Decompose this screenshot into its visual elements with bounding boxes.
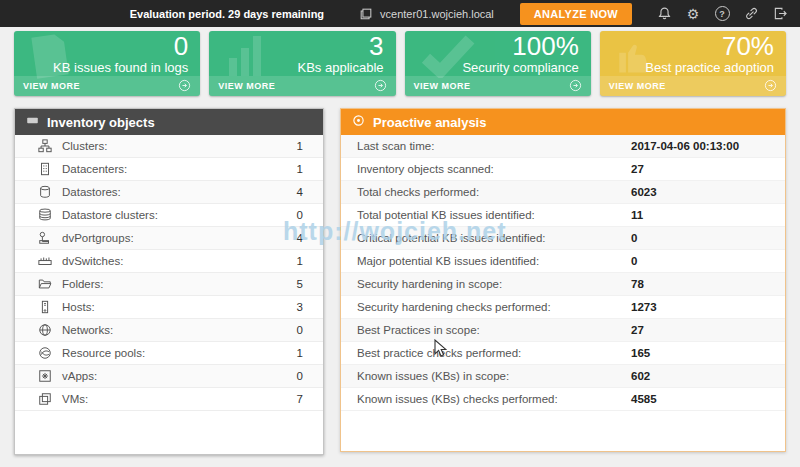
top-bar: Evaluation period. 29 days remaining vce… (0, 0, 800, 27)
evaluation-period-text: Evaluation period. 29 days remaining (130, 8, 324, 20)
inventory-row-datacenters: Datacenters: 1 (15, 158, 323, 181)
host-icon (358, 6, 374, 22)
inventory-panel: Inventory objects Clusters: 1 Datacenter… (14, 108, 324, 455)
view-more-kb-issues[interactable]: VIEW MORE (14, 76, 200, 96)
analysis-row-label: Major potential KB issues identified: (357, 255, 631, 267)
analysis-row-label: Total potential KB issues identified: (357, 209, 631, 221)
inventory-panel-header: Inventory objects (15, 109, 323, 135)
inventory-row-value: 7 (269, 393, 303, 405)
resource-pools-icon (37, 345, 53, 361)
inventory-row-value: 1 (269, 255, 303, 267)
vcenter-host-label: vcenter01.wojcieh.local (380, 8, 494, 20)
arrow-circle-icon (374, 79, 387, 94)
hosts-icon (37, 299, 53, 315)
inventory-row-clusters: Clusters: 1 (15, 135, 323, 158)
analysis-row-label: Best practice checks performed: (357, 347, 631, 359)
target-circle-icon (352, 114, 365, 130)
link-icon[interactable] (743, 6, 759, 22)
inventory-panel-title: Inventory objects (47, 115, 155, 130)
inventory-row-value: 0 (269, 370, 303, 382)
analysis-row-label: Total checks performed: (357, 186, 631, 198)
sign-out-icon[interactable] (772, 6, 788, 22)
inventory-row-label: Datastore clusters: (62, 209, 269, 221)
card-best-practice-main: 70% Best practice adoption (600, 31, 786, 76)
inventory-row-label: dvSwitches: (62, 255, 269, 267)
arrow-circle-icon (178, 79, 191, 94)
inventory-row-networks: Networks: 0 (15, 319, 323, 342)
inventory-row-label: Folders: (62, 278, 269, 290)
gear-icon[interactable]: ⚙ (685, 6, 701, 22)
inventory-row-value: 1 (269, 140, 303, 152)
view-more-label: VIEW MORE (609, 81, 666, 91)
clusters-icon (37, 138, 53, 154)
inventory-row-dvswitches: dvSwitches: 1 (15, 250, 323, 273)
help-icon[interactable]: ? (714, 6, 730, 22)
inventory-row-value: 4 (269, 186, 303, 198)
analysis-row-total-kb-issues: Total potential KB issues identified: 11 (341, 204, 785, 227)
inventory-row-label: Datastores: (62, 186, 269, 198)
dvswitches-icon (37, 253, 53, 269)
analysis-row-value: 78 (631, 278, 644, 290)
analysis-row-critical-kb-issues: Critical potential KB issues identified:… (341, 227, 785, 250)
inventory-row-label: Clusters: (62, 140, 269, 152)
analysis-row-label: Security hardening checks performed: (357, 301, 631, 313)
analysis-row-value: 1273 (631, 301, 657, 313)
vcenter-selector[interactable]: vcenter01.wojcieh.local (358, 6, 494, 22)
analysis-row-security-scope: Security hardening in scope: 78 (341, 273, 785, 296)
analysis-row-value: 165 (631, 347, 650, 359)
inventory-row-label: Resource pools: (62, 347, 269, 359)
inventory-row-hosts: Hosts: 3 (15, 296, 323, 319)
dvportgroups-icon (37, 230, 53, 246)
networks-icon (37, 322, 53, 338)
view-more-label: VIEW MORE (218, 81, 275, 91)
proactive-analysis-panel: Proactive analysis Last scan time: 2017-… (340, 108, 786, 452)
bell-icon[interactable] (656, 6, 672, 22)
inventory-row-value: 3 (269, 301, 303, 313)
analysis-row-major-kb-issues: Major potential KB issues identified: 0 (341, 250, 785, 273)
vapps-icon (37, 368, 53, 384)
view-more-best-practice[interactable]: VIEW MORE (600, 76, 786, 96)
analysis-row-value: 4585 (631, 393, 657, 405)
card-best-practice: 70% Best practice adoption VIEW MORE (600, 31, 786, 96)
inventory-row-value: 0 (269, 324, 303, 336)
inventory-row-resource-pools: Resource pools: 1 (15, 342, 323, 365)
inventory-row-value: 0 (269, 209, 303, 221)
card-value: 0 (14, 32, 188, 60)
datastore-clusters-icon (37, 207, 53, 223)
card-kbs-applicable: 3 KBs applicable VIEW MORE (209, 31, 395, 96)
analysis-row-last-scan: Last scan time: 2017-04-06 00:13:00 (341, 135, 785, 158)
analysis-row-label: Known issues (KBs) checks performed: (357, 393, 631, 405)
card-kb-issues: 0 KB issues found in logs VIEW MORE (14, 31, 200, 96)
card-label: KB issues found in logs (14, 60, 188, 75)
inventory-row-vms: VMs: 7 (15, 388, 323, 411)
inventory-row-label: VMs: (62, 393, 269, 405)
analysis-panel-header: Proactive analysis (341, 109, 785, 135)
analysis-row-total-checks: Total checks performed: 6023 (341, 181, 785, 204)
inventory-row-folders: Folders: 5 (15, 273, 323, 296)
card-kbs-applicable-main: 3 KBs applicable (209, 31, 395, 76)
inventory-row-datastore-clusters: Datastore clusters: 0 (15, 204, 323, 227)
analysis-row-label: Critical potential KB issues identified: (357, 232, 631, 244)
analysis-row-label: Security hardening in scope: (357, 278, 631, 290)
card-label: Security compliance (405, 60, 579, 75)
vms-icon (37, 391, 53, 407)
analysis-row-value: 6023 (631, 186, 657, 198)
analysis-row-known-issues-checks: Known issues (KBs) checks performed: 458… (341, 388, 785, 411)
view-more-security[interactable]: VIEW MORE (405, 76, 591, 96)
analysis-row-value: 11 (631, 209, 643, 221)
topbar-icon-group: ⚙ ? (656, 6, 788, 22)
inventory-row-value: 4 (269, 232, 303, 244)
summary-cards: 0 KB issues found in logs VIEW MORE 3 KB… (14, 31, 786, 96)
view-more-kbs-applicable[interactable]: VIEW MORE (209, 76, 395, 96)
analysis-row-value: 0 (631, 232, 637, 244)
analyze-now-button[interactable]: ANALYZE NOW (520, 3, 632, 25)
analysis-row-best-practices-scope: Best Practices in scope: 27 (341, 319, 785, 342)
view-more-label: VIEW MORE (23, 81, 80, 91)
inventory-row-label: Hosts: (62, 301, 269, 313)
inventory-row-label: Networks: (62, 324, 269, 336)
analysis-row-value: 27 (631, 163, 644, 175)
analysis-row-objects-scanned: Inventory objects scanned: 27 (341, 158, 785, 181)
inventory-row-dvportgroups: dvPortgroups: 4 (15, 227, 323, 250)
analysis-row-value: 27 (631, 324, 644, 336)
card-label: KBs applicable (209, 60, 383, 75)
